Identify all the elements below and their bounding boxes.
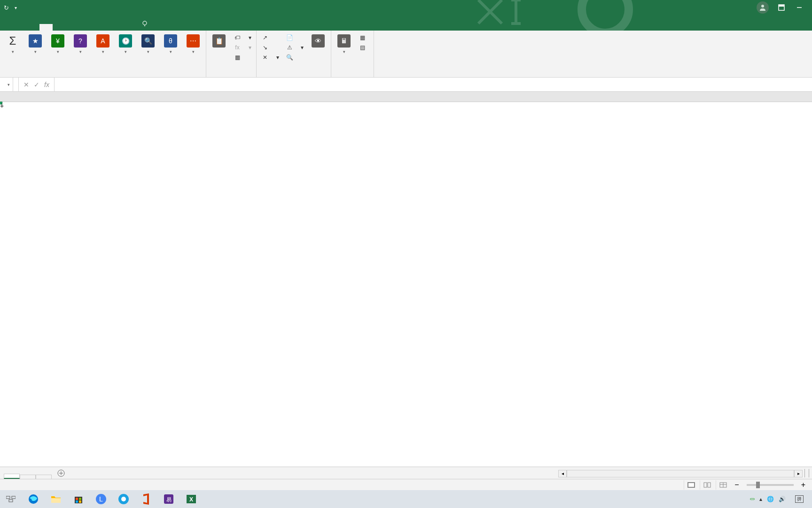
svg-rect-17 bbox=[6, 496, 10, 499]
task-view-icon[interactable] bbox=[4, 492, 18, 506]
watch-icon: 👁 bbox=[312, 34, 325, 48]
math-trig-button[interactable]: θ▾ bbox=[161, 32, 180, 74]
tab-page-layout[interactable] bbox=[26, 24, 39, 31]
error-indicator-icon bbox=[0, 102, 3, 105]
file-explorer-icon[interactable] bbox=[49, 492, 63, 506]
grid-icon: ▦ bbox=[234, 54, 241, 61]
scroll-right-icon[interactable]: ▸ bbox=[794, 470, 803, 477]
use-in-formula-button[interactable]: fx▾ bbox=[232, 43, 253, 52]
svg-point-5 bbox=[143, 21, 147, 25]
new-sheet-button[interactable] bbox=[55, 468, 67, 479]
app-icon-2[interactable] bbox=[117, 492, 131, 506]
ribbon-display-icon[interactable] bbox=[776, 2, 787, 13]
tab-split-handle[interactable] bbox=[804, 469, 809, 477]
horizontal-scrollbar[interactable]: ◂ ▸ bbox=[558, 469, 803, 478]
sheet-tab-1[interactable] bbox=[4, 474, 20, 479]
watch-window-button[interactable]: 👁 bbox=[308, 32, 328, 74]
page-layout-view-button[interactable] bbox=[700, 480, 714, 490]
create-from-selection-button[interactable]: ▦ bbox=[232, 53, 253, 62]
lookup-icon: 🔍 bbox=[141, 34, 155, 48]
svg-rect-19 bbox=[9, 500, 13, 502]
group-formula-auditing: ↗ ↘ ✕▾ 📄 ⚠▾ 🔍 👁 bbox=[257, 31, 331, 77]
normal-view-button[interactable] bbox=[684, 480, 698, 490]
define-name-button[interactable]: 🏷▾ bbox=[232, 33, 253, 42]
sigma-icon: Σ bbox=[9, 34, 16, 48]
calculate-sheet-button[interactable]: ▤ bbox=[357, 43, 371, 52]
office-icon[interactable] bbox=[139, 492, 153, 506]
edge-icon[interactable] bbox=[26, 492, 40, 506]
sheet-tab-3[interactable] bbox=[36, 475, 52, 479]
zoom-slider[interactable] bbox=[747, 484, 794, 486]
svg-rect-11 bbox=[688, 483, 694, 487]
math-icon: θ bbox=[164, 34, 177, 48]
user-avatar-icon[interactable] bbox=[757, 1, 769, 14]
title-bar: ↻ ▾ bbox=[0, 0, 812, 15]
logical-button[interactable]: ?▾ bbox=[70, 32, 90, 74]
battery-indicator[interactable] bbox=[750, 498, 755, 500]
lookup-button[interactable]: 🔍▾ bbox=[138, 32, 158, 74]
app-icon-3[interactable]: 易 bbox=[162, 492, 176, 506]
trace-dep-icon: ↘ bbox=[261, 44, 269, 51]
ime-keyboard-icon[interactable]: 拼 bbox=[795, 495, 804, 503]
name-manager-icon: 📋 bbox=[212, 34, 226, 48]
scroll-left-icon[interactable]: ◂ bbox=[558, 470, 567, 477]
autosum-button[interactable]: Σ▾ bbox=[3, 32, 23, 74]
error-check-button[interactable]: ⚠▾ bbox=[284, 43, 305, 52]
trace-precedents-button[interactable]: ↗ bbox=[259, 33, 281, 42]
cancel-formula-icon[interactable]: ✕ bbox=[23, 81, 29, 88]
more-functions-button[interactable]: ⋯▾ bbox=[183, 32, 203, 74]
calc-sheet-icon: ▤ bbox=[359, 44, 366, 51]
tab-baidu[interactable] bbox=[118, 24, 132, 31]
excel-taskbar-icon[interactable]: X bbox=[184, 492, 198, 506]
windows-taskbar: L 易 X ▴ 🌐 🔊 拼 bbox=[0, 490, 812, 508]
app-icon-1[interactable]: L bbox=[94, 492, 108, 506]
sheet-tab-bar: ◂ ▸ bbox=[0, 467, 812, 479]
calculate-now-button[interactable]: ▦ bbox=[357, 33, 371, 42]
tab-developer[interactable] bbox=[92, 24, 105, 31]
name-box[interactable]: ▾ bbox=[0, 78, 13, 91]
group-label bbox=[259, 74, 328, 77]
tab-help[interactable] bbox=[105, 24, 118, 31]
datetime-button[interactable]: 🕐▾ bbox=[116, 32, 135, 74]
recent-functions-button[interactable]: ★▾ bbox=[25, 32, 45, 74]
group-calculation: 🖩▾ ▦ ▤ bbox=[331, 31, 374, 77]
qat-dropdown-icon[interactable]: ▾ bbox=[15, 5, 17, 10]
show-formulas-button[interactable]: 📄 bbox=[284, 33, 305, 42]
tab-formulas[interactable] bbox=[39, 24, 53, 31]
zoom-in-button[interactable]: + bbox=[798, 481, 808, 489]
status-bar: − + bbox=[0, 479, 812, 490]
trace-dependents-button[interactable]: ↘ bbox=[259, 43, 281, 52]
page-break-view-button[interactable] bbox=[716, 480, 730, 490]
fx-icon[interactable]: fx bbox=[44, 81, 49, 88]
remove-arrows-button[interactable]: ✕▾ bbox=[259, 53, 281, 62]
chevron-down-icon[interactable]: ▾ bbox=[8, 82, 10, 87]
minimize-button[interactable] bbox=[794, 2, 804, 13]
worksheet-grid[interactable]: + bbox=[0, 92, 812, 102]
name-manager-button[interactable]: 📋 bbox=[209, 32, 229, 74]
calc-options-button[interactable]: 🖩▾ bbox=[334, 32, 354, 74]
svg-point-1 bbox=[761, 5, 764, 8]
tab-review[interactable] bbox=[66, 24, 79, 31]
redo-icon[interactable]: ↻ bbox=[4, 4, 9, 11]
volume-icon[interactable]: 🔊 bbox=[779, 496, 786, 502]
tab-home[interactable] bbox=[0, 24, 13, 31]
svg-rect-24 bbox=[79, 498, 81, 500]
store-icon[interactable] bbox=[71, 492, 86, 506]
sheet-tab-2[interactable] bbox=[20, 475, 36, 479]
evaluate-formula-button[interactable]: 🔍 bbox=[284, 53, 305, 62]
financial-button[interactable]: ¥▾ bbox=[48, 32, 68, 74]
tray-up-icon[interactable]: ▴ bbox=[759, 496, 762, 502]
column-headers[interactable] bbox=[0, 92, 812, 102]
group-label bbox=[334, 74, 371, 77]
network-icon[interactable]: 🌐 bbox=[767, 496, 774, 502]
tab-insert[interactable] bbox=[13, 24, 26, 31]
more-icon: ⋯ bbox=[187, 34, 200, 48]
enter-formula-icon[interactable]: ✓ bbox=[34, 81, 39, 88]
tab-view[interactable] bbox=[79, 24, 92, 31]
tell-me-search[interactable] bbox=[141, 20, 151, 31]
fx-icon: fx bbox=[234, 44, 241, 51]
text-button[interactable]: A▾ bbox=[93, 32, 113, 74]
tag-icon: 🏷 bbox=[234, 34, 241, 41]
tab-data[interactable] bbox=[53, 24, 66, 31]
zoom-out-button[interactable]: − bbox=[732, 481, 742, 489]
